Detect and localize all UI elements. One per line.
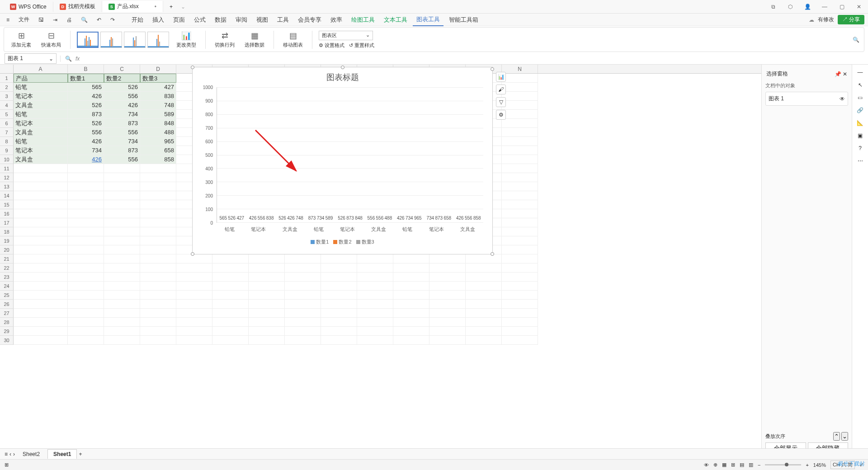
cell[interactable] bbox=[68, 245, 104, 254]
cell[interactable] bbox=[140, 164, 176, 173]
row-header[interactable]: 8 bbox=[0, 137, 14, 146]
cell[interactable] bbox=[104, 200, 140, 209]
cell[interactable] bbox=[14, 291, 68, 300]
cell[interactable] bbox=[176, 273, 212, 282]
select-data-button[interactable]: ▦选择数据 bbox=[242, 31, 267, 48]
chart-styles-icon[interactable]: 🖌 bbox=[496, 85, 506, 94]
cell[interactable] bbox=[104, 164, 140, 173]
cell[interactable] bbox=[502, 336, 538, 345]
cell[interactable] bbox=[140, 218, 176, 227]
cell[interactable] bbox=[68, 254, 104, 263]
row-header[interactable]: 13 bbox=[0, 182, 14, 191]
cell[interactable] bbox=[140, 336, 176, 345]
cell[interactable]: 铅笔 bbox=[14, 110, 68, 119]
row-header[interactable]: 29 bbox=[0, 327, 14, 336]
cell[interactable] bbox=[68, 263, 104, 273]
cell[interactable] bbox=[140, 263, 176, 273]
cell[interactable] bbox=[285, 300, 321, 309]
share-button[interactable]: ↗ 分享 bbox=[838, 15, 864, 24]
cell[interactable]: 426 bbox=[68, 155, 104, 164]
cell[interactable] bbox=[140, 209, 176, 218]
cell[interactable]: 426 bbox=[68, 137, 104, 146]
cell[interactable] bbox=[140, 236, 176, 245]
undo-icon[interactable]: ↶ bbox=[94, 16, 104, 24]
cell[interactable] bbox=[14, 327, 68, 336]
cell[interactable]: 556 bbox=[104, 155, 140, 164]
cell[interactable] bbox=[429, 309, 466, 318]
cell[interactable] bbox=[393, 336, 429, 345]
cell[interactable] bbox=[14, 173, 68, 182]
cell[interactable] bbox=[285, 282, 321, 291]
cell[interactable]: 488 bbox=[140, 128, 176, 137]
cell[interactable] bbox=[176, 327, 212, 336]
cell[interactable] bbox=[393, 282, 429, 291]
cell[interactable]: 873 bbox=[104, 146, 140, 155]
redo-icon[interactable]: ↷ bbox=[108, 16, 118, 24]
cell[interactable] bbox=[429, 263, 466, 273]
add-element-button[interactable]: ⊞添加元素 bbox=[9, 31, 34, 48]
cell[interactable] bbox=[104, 218, 140, 227]
cell[interactable] bbox=[212, 309, 249, 318]
cell[interactable]: 文具盒 bbox=[14, 128, 68, 137]
cell[interactable] bbox=[466, 273, 502, 282]
chart-filter-icon[interactable]: ▽ bbox=[496, 97, 506, 107]
cell[interactable]: 526 bbox=[68, 119, 104, 128]
eye-icon[interactable]: 👁 bbox=[840, 96, 845, 102]
cell[interactable] bbox=[502, 173, 538, 182]
cell[interactable] bbox=[176, 291, 212, 300]
row-header[interactable]: 6 bbox=[0, 119, 14, 128]
ribbon-tab[interactable]: 文本工具 bbox=[380, 14, 411, 26]
chart-title[interactable]: 图表标题 bbox=[193, 67, 492, 87]
cell[interactable]: 556 bbox=[104, 92, 140, 101]
row-header[interactable]: 7 bbox=[0, 128, 14, 137]
change-type-button[interactable]: 📊更改类型 bbox=[174, 31, 199, 48]
cell[interactable]: 873 bbox=[68, 110, 104, 119]
cell[interactable] bbox=[321, 291, 357, 300]
cell[interactable] bbox=[104, 309, 140, 318]
cell[interactable] bbox=[321, 336, 357, 345]
layout-icon[interactable]: ⧉ bbox=[768, 4, 778, 10]
search-icon[interactable]: 🔍 bbox=[853, 37, 859, 43]
cell[interactable] bbox=[393, 263, 429, 273]
cell[interactable] bbox=[14, 263, 68, 273]
cell[interactable] bbox=[502, 164, 538, 173]
cell[interactable] bbox=[68, 191, 104, 200]
cell[interactable] bbox=[176, 282, 212, 291]
chart-settings-icon[interactable]: ⚙ bbox=[496, 110, 506, 120]
sheet-tab[interactable]: Sheet2 bbox=[17, 449, 46, 458]
ribbon-tab[interactable]: 开始 bbox=[128, 14, 147, 26]
shapes-tool-icon[interactable]: ▭ bbox=[858, 94, 863, 101]
cell[interactable] bbox=[68, 309, 104, 318]
row-header[interactable]: 17 bbox=[0, 218, 14, 227]
cell[interactable] bbox=[249, 327, 285, 336]
cell[interactable] bbox=[212, 327, 249, 336]
cell[interactable] bbox=[68, 164, 104, 173]
cell[interactable]: 526 bbox=[104, 83, 140, 92]
cell[interactable] bbox=[502, 155, 538, 164]
cell[interactable] bbox=[393, 254, 429, 263]
cell[interactable] bbox=[285, 336, 321, 345]
ribbon-tab-active[interactable]: 图表工具 bbox=[413, 14, 443, 26]
tab-add[interactable]: + bbox=[163, 2, 179, 12]
resize-handle[interactable] bbox=[191, 66, 194, 69]
ribbon-tab[interactable]: 审阅 bbox=[232, 14, 251, 26]
resize-handle[interactable] bbox=[341, 66, 344, 69]
cell[interactable] bbox=[502, 218, 538, 227]
cell[interactable] bbox=[502, 318, 538, 327]
cell[interactable] bbox=[68, 291, 104, 300]
cell[interactable] bbox=[68, 273, 104, 282]
cell[interactable] bbox=[502, 191, 538, 200]
chart-style-3[interactable] bbox=[124, 32, 146, 48]
cell[interactable] bbox=[393, 309, 429, 318]
cell[interactable] bbox=[357, 300, 393, 309]
cell[interactable] bbox=[68, 300, 104, 309]
cell[interactable] bbox=[140, 254, 176, 263]
cell[interactable] bbox=[357, 263, 393, 273]
tabs-dropdown-icon[interactable]: ⌄ bbox=[181, 4, 185, 10]
formula-bar[interactable]: 🔍 fx bbox=[60, 56, 863, 62]
chart-style-1[interactable] bbox=[77, 32, 99, 48]
cell[interactable] bbox=[212, 273, 249, 282]
cell[interactable] bbox=[502, 245, 538, 254]
cell[interactable] bbox=[104, 336, 140, 345]
cell[interactable] bbox=[212, 300, 249, 309]
